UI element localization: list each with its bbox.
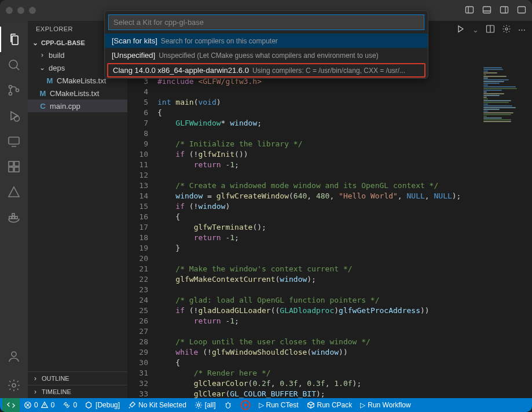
quick-pick[interactable]: [Scan for kits]Search for compilers on t… — [104, 10, 428, 79]
status-remote-button[interactable] — [2, 398, 20, 412]
minimap[interactable] — [483, 67, 530, 194]
tree-file-root-cmake[interactable]: M CMakeLists.txt — [28, 87, 127, 100]
play-icon: ▷ — [360, 401, 365, 409]
activity-source-control[interactable] — [0, 78, 28, 103]
svg-line-39 — [225, 403, 226, 404]
code-content[interactable]: #include <glad/glad.h>#include <GLFW/glf… — [157, 66, 532, 398]
layout-panel-right-icon[interactable] — [500, 5, 509, 16]
layout-customize-icon[interactable] — [517, 5, 526, 16]
status-kit[interactable]: No Kit Selected — [124, 398, 190, 412]
quick-pick-item[interactable]: Clang 14.0.0 x86_64-apple-darwin21.6.0Us… — [107, 63, 425, 78]
more-icon[interactable]: ⋯ — [518, 25, 526, 34]
status-warning-count: 0 — [51, 401, 55, 409]
minimize-window-icon[interactable] — [17, 7, 24, 14]
status-workflow-label: Run Workflow — [368, 401, 410, 409]
play-icon: ▷ — [259, 401, 264, 409]
svg-rect-22 — [12, 216, 14, 219]
sidebar-timeline-label: TIMELINE — [42, 388, 71, 395]
tree-file-main-cpp[interactable]: C main.cpp — [28, 100, 127, 112]
status-run-button[interactable] — [236, 398, 255, 412]
svg-point-11 — [16, 89, 19, 92]
activity-account[interactable] — [0, 344, 28, 369]
layout-panel-left-icon[interactable] — [465, 5, 474, 16]
quick-pick-item-secondary: Unspecified (Let CMake guess what compil… — [159, 52, 379, 60]
status-error-count: 0 — [34, 401, 38, 409]
gear-icon[interactable] — [502, 24, 511, 35]
svg-rect-24 — [12, 214, 14, 216]
editor-actions: ⌄ ⋯ — [456, 24, 526, 35]
status-run-cpack[interactable]: Run CPack — [303, 398, 357, 412]
svg-point-9 — [9, 86, 12, 89]
svg-point-30 — [505, 28, 508, 30]
run-debug-dropdown-icon[interactable] — [456, 24, 465, 35]
svg-rect-2 — [483, 6, 491, 13]
quick-pick-input[interactable] — [108, 14, 424, 30]
status-run-workflow[interactable]: ▷ Run Workflow — [356, 398, 414, 412]
status-debug-launch[interactable] — [220, 398, 236, 412]
activity-extensions[interactable] — [0, 154, 28, 179]
svg-point-10 — [9, 93, 12, 95]
tree-label: deps — [49, 64, 65, 72]
titlebar-actions — [465, 5, 526, 16]
activity-remote[interactable] — [0, 128, 28, 154]
status-build[interactable]: [all] — [190, 398, 220, 412]
activity-settings[interactable] — [0, 373, 28, 398]
activity-cmake[interactable] — [0, 179, 28, 205]
activity-docker[interactable] — [0, 205, 28, 230]
svg-marker-42 — [244, 403, 248, 407]
tree-label: CMakeLists.txt — [50, 89, 99, 98]
window-controls[interactable] — [6, 7, 36, 14]
status-kit-label: No Kit Selected — [138, 401, 186, 409]
status-cpack-label: Run CPack — [317, 401, 353, 409]
sidebar-project-label: CPP-GL-BASE — [41, 39, 85, 46]
tree-label: build — [49, 51, 64, 60]
cpp-file-icon: C — [38, 102, 47, 111]
svg-rect-14 — [9, 137, 19, 144]
status-run-ctest[interactable]: ▷ Run CTest — [255, 398, 303, 412]
activity-bar — [0, 21, 28, 398]
chevron-right-icon: › — [38, 51, 46, 59]
activity-explorer[interactable] — [0, 27, 28, 52]
status-cmake-variant[interactable]: [Debug] — [81, 398, 124, 412]
sidebar-outline[interactable]: › OUTLINE — [28, 371, 127, 385]
quick-pick-item-secondary: Search for compilers on this computer — [161, 37, 278, 45]
tree-label: CMakeLists.txt — [57, 76, 106, 85]
svg-rect-16 — [9, 161, 13, 166]
svg-marker-27 — [458, 26, 463, 32]
line-gutter: 2345678910111213141516171819202122232425… — [127, 66, 157, 398]
svg-line-8 — [16, 67, 19, 70]
activity-search[interactable] — [0, 52, 28, 78]
svg-rect-6 — [518, 6, 526, 13]
tree-label: main.cpp — [50, 102, 80, 111]
status-problems[interactable]: 0 0 — [20, 398, 58, 412]
chevron-right-icon: › — [31, 374, 39, 382]
quick-pick-item-secondary: Using compilers: C = /usr/bin/clang, CXX… — [252, 67, 405, 75]
quick-pick-item-primary: [Scan for kits] — [112, 36, 157, 45]
maximize-window-icon[interactable] — [29, 7, 36, 14]
quick-pick-item-primary: [Unspecified] — [112, 51, 155, 60]
status-target-label: [all] — [205, 401, 216, 409]
close-window-icon[interactable] — [6, 7, 13, 14]
svg-rect-23 — [15, 216, 17, 219]
quick-pick-item[interactable]: [Unspecified]Unspecified (Let CMake gues… — [105, 48, 428, 62]
chevron-right-icon: › — [31, 388, 39, 396]
status-ctest-label: Run CTest — [266, 401, 299, 409]
status-ports[interactable]: 0 — [58, 398, 81, 412]
split-editor-icon[interactable] — [486, 24, 495, 35]
svg-line-40 — [229, 403, 230, 404]
activity-run-debug[interactable] — [0, 103, 28, 128]
chevron-down-icon: ⌄ — [38, 64, 46, 72]
dropdown-caret-icon[interactable]: ⌄ — [472, 25, 479, 34]
svg-rect-18 — [14, 167, 19, 172]
quick-pick-item-primary: Clang 14.0.0 x86_64-apple-darwin21.6.0 — [113, 66, 249, 75]
sidebar-timeline[interactable]: › TIMELINE — [28, 385, 127, 398]
chevron-down-icon: ⌄ — [31, 39, 39, 47]
layout-panel-bottom-icon[interactable] — [482, 5, 491, 16]
svg-rect-0 — [466, 6, 474, 13]
svg-rect-19 — [14, 161, 19, 166]
svg-point-25 — [12, 352, 16, 356]
status-ports-count: 0 — [73, 401, 77, 409]
svg-rect-4 — [501, 6, 508, 13]
cmake-file-icon: M — [45, 76, 54, 85]
quick-pick-item[interactable]: [Scan for kits]Search for compilers on t… — [105, 34, 428, 48]
